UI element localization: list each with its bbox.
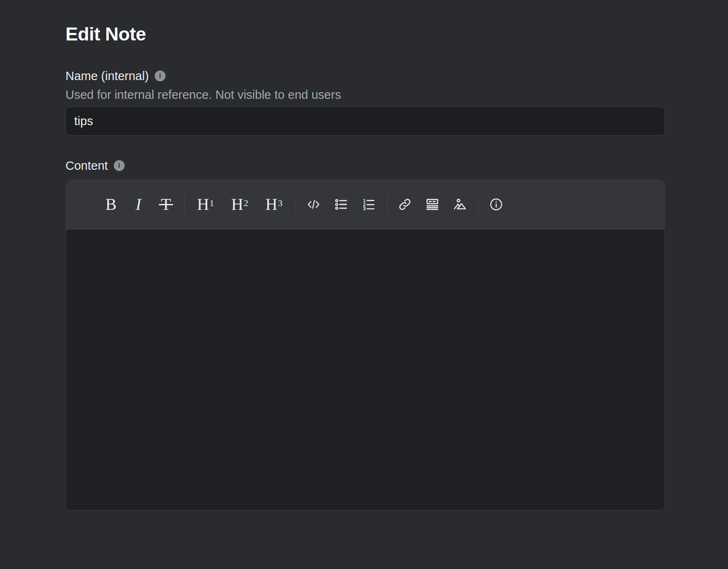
link-icon (398, 197, 412, 211)
toolbar-divider (184, 195, 185, 214)
italic-icon: I (136, 196, 141, 213)
content-field-label-row: Content i (65, 158, 665, 173)
strikethrough-button[interactable]: T (156, 191, 176, 218)
image-button[interactable] (450, 191, 470, 218)
name-field-label: Name (internal) (65, 68, 149, 83)
table-icon (425, 197, 439, 211)
rich-text-editor: B I T H1 H2 H3 (65, 180, 665, 511)
toolbar-divider (478, 195, 479, 214)
info-icon (489, 197, 503, 211)
heading-2-button[interactable]: H2 (226, 191, 253, 218)
heading-3-icon: H3 (266, 196, 283, 213)
bold-icon: B (105, 196, 117, 213)
code-icon (306, 197, 321, 211)
info-icon[interactable]: i (114, 160, 125, 171)
name-field-label-row: Name (internal) i (65, 68, 665, 83)
heading-2-icon: H2 (231, 196, 249, 213)
toolbar-divider (296, 195, 296, 214)
ordered-list-button[interactable]: 1 2 3 (359, 191, 379, 218)
name-input[interactable] (65, 107, 665, 136)
edit-note-page: Edit Note Name (internal) i Used for int… (0, 0, 728, 569)
strikethrough-icon: T (161, 196, 171, 213)
svg-text:3: 3 (363, 206, 366, 211)
name-field-help-text: Used for internal reference. Not visible… (65, 88, 665, 102)
editor-info-button[interactable] (486, 191, 506, 218)
bullet-list-icon (334, 197, 348, 211)
editor-content[interactable] (66, 229, 665, 510)
table-button[interactable] (422, 191, 442, 218)
content-field-label: Content (65, 158, 108, 173)
info-icon[interactable]: i (155, 70, 166, 81)
link-button[interactable] (395, 191, 415, 218)
code-block-button[interactable] (304, 191, 324, 218)
image-icon (453, 197, 467, 211)
editor-toolbar: B I T H1 H2 H3 (66, 180, 665, 229)
bullet-list-button[interactable] (331, 191, 351, 218)
ordered-list-icon: 1 2 3 (361, 197, 376, 211)
heading-1-button[interactable]: H1 (192, 191, 219, 218)
heading-1-icon: H1 (197, 196, 214, 213)
heading-3-button[interactable]: H3 (261, 191, 287, 218)
italic-button[interactable]: I (128, 191, 148, 218)
name-field-section: Name (internal) i Used for internal refe… (65, 68, 665, 136)
toolbar-divider (387, 195, 387, 214)
content-field-section: Content i B I T H1 (65, 158, 665, 511)
page-title: Edit Note (65, 23, 665, 45)
bold-button[interactable]: B (101, 191, 121, 218)
